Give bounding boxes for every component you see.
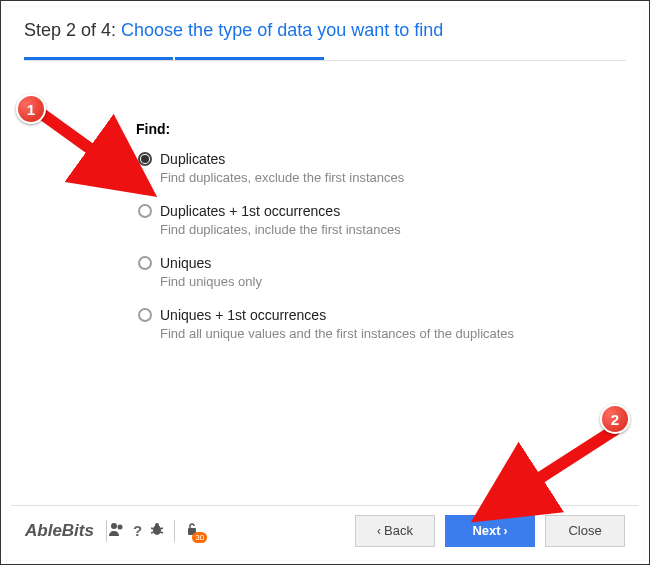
days-badge: 30 xyxy=(192,532,207,543)
option-title: Duplicates xyxy=(160,151,225,167)
svg-line-7 xyxy=(160,532,163,533)
help-icon[interactable]: ? xyxy=(133,522,142,539)
progress-seg-4 xyxy=(477,57,626,60)
chevron-right-icon: › xyxy=(504,524,508,538)
radio-icon[interactable] xyxy=(138,204,152,218)
radio-icon[interactable] xyxy=(138,256,152,270)
divider xyxy=(106,520,107,542)
option-desc: Find all unique values and the first ins… xyxy=(160,326,644,341)
back-button[interactable]: ‹ Back xyxy=(355,515,435,547)
chevron-left-icon: ‹ xyxy=(377,524,381,538)
option-desc: Find duplicates, include the first insta… xyxy=(160,222,644,237)
bug-icon[interactable] xyxy=(150,522,164,539)
footer-icons: ? 30 xyxy=(109,520,199,542)
content-area: Find: Duplicates Find duplicates, exclud… xyxy=(6,61,644,341)
step-title: Choose the type of data you want to find xyxy=(121,20,443,40)
svg-point-1 xyxy=(117,525,122,530)
annotation-marker-2: 2 xyxy=(600,404,630,434)
svg-line-12 xyxy=(501,429,616,503)
progress-seg-1 xyxy=(24,57,173,60)
next-label: Next xyxy=(472,523,500,538)
option-uniques-1st[interactable]: Uniques + 1st occurrences Find all uniqu… xyxy=(136,307,644,341)
divider xyxy=(174,520,175,542)
unlock-icon[interactable]: 30 xyxy=(185,522,199,539)
annotation-arrow-2 xyxy=(476,421,636,521)
svg-line-5 xyxy=(160,528,163,529)
people-icon[interactable] xyxy=(109,522,125,539)
options-group: Duplicates Find duplicates, exclude the … xyxy=(136,151,644,341)
close-label: Close xyxy=(568,523,601,538)
option-uniques[interactable]: Uniques Find uniques only xyxy=(136,255,644,289)
annotation-arrow-1 xyxy=(36,106,146,196)
back-label: Back xyxy=(384,523,413,538)
option-title: Uniques + 1st occurrences xyxy=(160,307,326,323)
wizard-header: Step 2 of 4: Choose the type of data you… xyxy=(6,6,644,51)
radio-icon[interactable] xyxy=(138,308,152,322)
ablebits-logo: AbleBits xyxy=(25,521,94,541)
progress-seg-3 xyxy=(326,57,475,60)
step-label: Step 2 of 4: xyxy=(24,20,121,40)
option-title: Duplicates + 1st occurrences xyxy=(160,203,340,219)
option-desc: Find uniques only xyxy=(160,274,644,289)
svg-point-0 xyxy=(111,523,117,529)
option-desc: Find duplicates, exclude the first insta… xyxy=(160,170,644,185)
svg-line-4 xyxy=(151,528,154,529)
option-duplicates[interactable]: Duplicates Find duplicates, exclude the … xyxy=(136,151,644,185)
option-title: Uniques xyxy=(160,255,211,271)
find-label: Find: xyxy=(136,121,644,137)
option-duplicates-1st[interactable]: Duplicates + 1st occurrences Find duplic… xyxy=(136,203,644,237)
progress-seg-2 xyxy=(175,57,324,60)
svg-line-6 xyxy=(151,532,154,533)
annotation-marker-1: 1 xyxy=(16,94,46,124)
svg-line-10 xyxy=(42,114,128,176)
svg-point-3 xyxy=(155,523,159,527)
